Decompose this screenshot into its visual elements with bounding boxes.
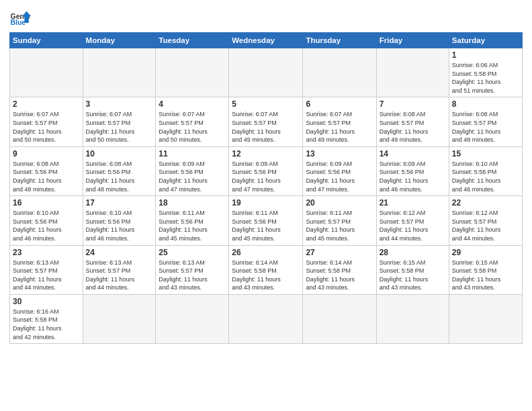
week-row-3: 9Sunrise: 6:08 AM Sunset: 5:56 PM Daylig…	[10, 146, 523, 195]
day-info: Sunrise: 6:12 AM Sunset: 5:57 PM Dayligh…	[452, 209, 519, 242]
calendar-cell	[83, 294, 156, 343]
day-info: Sunrise: 6:14 AM Sunset: 5:58 PM Dayligh…	[306, 259, 373, 292]
calendar-cell: 3Sunrise: 6:07 AM Sunset: 5:57 PM Daylig…	[83, 97, 156, 146]
week-row-4: 16Sunrise: 6:10 AM Sunset: 5:56 PM Dayli…	[10, 196, 523, 245]
day-number: 27	[306, 248, 373, 257]
weekday-header-monday: Monday	[83, 33, 156, 48]
calendar-cell: 25Sunrise: 6:13 AM Sunset: 5:57 PM Dayli…	[156, 245, 229, 294]
day-info: Sunrise: 6:11 AM Sunset: 5:57 PM Dayligh…	[306, 209, 373, 242]
calendar-cell: 4Sunrise: 6:07 AM Sunset: 5:57 PM Daylig…	[156, 97, 229, 146]
weekday-header-tuesday: Tuesday	[156, 33, 229, 48]
calendar-cell: 10Sunrise: 6:08 AM Sunset: 5:56 PM Dayli…	[83, 146, 156, 195]
weekday-header-wednesday: Wednesday	[229, 33, 303, 48]
day-number: 29	[452, 248, 519, 257]
week-row-1: 1Sunrise: 6:06 AM Sunset: 5:58 PM Daylig…	[10, 48, 523, 97]
day-info: Sunrise: 6:09 AM Sunset: 5:56 PM Dayligh…	[232, 160, 300, 193]
week-row-5: 23Sunrise: 6:13 AM Sunset: 5:57 PM Dayli…	[10, 245, 523, 294]
day-info: Sunrise: 6:06 AM Sunset: 5:58 PM Dayligh…	[452, 61, 519, 95]
calendar: SundayMondayTuesdayWednesdayThursdayFrid…	[9, 32, 523, 344]
day-info: Sunrise: 6:12 AM Sunset: 5:57 PM Dayligh…	[380, 209, 446, 242]
day-info: Sunrise: 6:16 AM Sunset: 5:58 PM Dayligh…	[13, 308, 80, 341]
day-number: 16	[13, 198, 80, 208]
day-info: Sunrise: 6:11 AM Sunset: 5:56 PM Dayligh…	[159, 209, 226, 242]
day-number: 11	[159, 149, 226, 158]
day-info: Sunrise: 6:07 AM Sunset: 5:57 PM Dayligh…	[13, 110, 80, 144]
day-info: Sunrise: 6:07 AM Sunset: 5:57 PM Dayligh…	[159, 110, 226, 144]
day-number: 12	[232, 149, 300, 158]
calendar-cell: 14Sunrise: 6:09 AM Sunset: 5:56 PM Dayli…	[376, 146, 449, 195]
day-number: 19	[232, 198, 300, 208]
day-info: Sunrise: 6:09 AM Sunset: 5:56 PM Dayligh…	[306, 160, 373, 193]
calendar-cell: 30Sunrise: 6:16 AM Sunset: 5:58 PM Dayli…	[10, 294, 83, 343]
logo: General Blue	[9, 7, 31, 28]
logo-icon: General Blue	[9, 7, 31, 28]
day-info: Sunrise: 6:07 AM Sunset: 5:57 PM Dayligh…	[86, 110, 153, 144]
calendar-cell	[303, 48, 376, 97]
day-number: 6	[306, 99, 373, 109]
day-number: 17	[86, 198, 153, 208]
day-info: Sunrise: 6:10 AM Sunset: 5:56 PM Dayligh…	[452, 160, 519, 193]
calendar-cell	[303, 294, 376, 343]
day-number: 22	[452, 198, 519, 208]
calendar-cell	[376, 48, 449, 97]
day-info: Sunrise: 6:08 AM Sunset: 5:57 PM Dayligh…	[452, 110, 519, 144]
calendar-cell	[229, 294, 303, 343]
calendar-cell: 26Sunrise: 6:14 AM Sunset: 5:58 PM Dayli…	[229, 245, 303, 294]
calendar-cell	[156, 48, 229, 97]
day-info: Sunrise: 6:09 AM Sunset: 5:56 PM Dayligh…	[380, 160, 446, 193]
weekday-header-row: SundayMondayTuesdayWednesdayThursdayFrid…	[10, 33, 523, 48]
day-info: Sunrise: 6:13 AM Sunset: 5:57 PM Dayligh…	[13, 259, 80, 292]
day-number: 30	[13, 297, 80, 306]
page: General Blue SundayMondayTuesdayWednesda…	[0, 0, 532, 411]
calendar-cell: 15Sunrise: 6:10 AM Sunset: 5:56 PM Dayli…	[449, 146, 522, 195]
week-row-6: 30Sunrise: 6:16 AM Sunset: 5:58 PM Dayli…	[10, 294, 523, 343]
calendar-cell: 21Sunrise: 6:12 AM Sunset: 5:57 PM Dayli…	[376, 196, 449, 245]
day-info: Sunrise: 6:08 AM Sunset: 5:57 PM Dayligh…	[380, 110, 446, 144]
day-info: Sunrise: 6:15 AM Sunset: 5:58 PM Dayligh…	[380, 259, 446, 292]
calendar-cell: 2Sunrise: 6:07 AM Sunset: 5:57 PM Daylig…	[10, 97, 83, 146]
day-info: Sunrise: 6:11 AM Sunset: 5:56 PM Dayligh…	[232, 209, 300, 242]
calendar-cell: 1Sunrise: 6:06 AM Sunset: 5:58 PM Daylig…	[449, 48, 522, 97]
day-number: 21	[380, 198, 446, 208]
calendar-cell	[83, 48, 156, 97]
calendar-cell: 16Sunrise: 6:10 AM Sunset: 5:56 PM Dayli…	[10, 196, 83, 245]
day-info: Sunrise: 6:07 AM Sunset: 5:57 PM Dayligh…	[232, 110, 300, 144]
day-info: Sunrise: 6:13 AM Sunset: 5:57 PM Dayligh…	[86, 259, 153, 292]
day-number: 14	[380, 149, 446, 158]
calendar-cell: 6Sunrise: 6:07 AM Sunset: 5:57 PM Daylig…	[303, 97, 376, 146]
day-number: 13	[306, 149, 373, 158]
calendar-cell: 24Sunrise: 6:13 AM Sunset: 5:57 PM Dayli…	[83, 245, 156, 294]
day-number: 7	[380, 99, 446, 109]
day-info: Sunrise: 6:07 AM Sunset: 5:57 PM Dayligh…	[306, 110, 373, 144]
weekday-header-friday: Friday	[376, 33, 449, 48]
weekday-header-sunday: Sunday	[10, 33, 83, 48]
day-info: Sunrise: 6:14 AM Sunset: 5:58 PM Dayligh…	[232, 259, 300, 292]
day-info: Sunrise: 6:09 AM Sunset: 5:56 PM Dayligh…	[159, 160, 226, 193]
calendar-cell	[10, 48, 83, 97]
day-number: 4	[159, 99, 226, 109]
calendar-cell: 8Sunrise: 6:08 AM Sunset: 5:57 PM Daylig…	[449, 97, 522, 146]
calendar-cell	[449, 294, 522, 343]
day-info: Sunrise: 6:10 AM Sunset: 5:56 PM Dayligh…	[13, 209, 80, 242]
day-number: 18	[159, 198, 226, 208]
day-number: 28	[380, 248, 446, 257]
day-info: Sunrise: 6:13 AM Sunset: 5:57 PM Dayligh…	[159, 259, 226, 292]
weekday-header-thursday: Thursday	[303, 33, 376, 48]
calendar-cell: 17Sunrise: 6:10 AM Sunset: 5:56 PM Dayli…	[83, 196, 156, 245]
weekday-header-saturday: Saturday	[449, 33, 522, 48]
calendar-cell: 22Sunrise: 6:12 AM Sunset: 5:57 PM Dayli…	[449, 196, 522, 245]
day-number: 23	[13, 248, 80, 257]
calendar-cell	[376, 294, 449, 343]
calendar-cell: 9Sunrise: 6:08 AM Sunset: 5:56 PM Daylig…	[10, 146, 83, 195]
day-number: 25	[159, 248, 226, 257]
calendar-cell: 20Sunrise: 6:11 AM Sunset: 5:57 PM Dayli…	[303, 196, 376, 245]
day-number: 1	[452, 50, 519, 60]
day-number: 8	[452, 99, 519, 109]
calendar-cell: 28Sunrise: 6:15 AM Sunset: 5:58 PM Dayli…	[376, 245, 449, 294]
calendar-cell: 18Sunrise: 6:11 AM Sunset: 5:56 PM Dayli…	[156, 196, 229, 245]
day-info: Sunrise: 6:15 AM Sunset: 5:58 PM Dayligh…	[452, 259, 519, 292]
day-number: 5	[232, 99, 300, 109]
day-number: 9	[13, 149, 80, 158]
day-number: 26	[232, 248, 300, 257]
calendar-cell: 12Sunrise: 6:09 AM Sunset: 5:56 PM Dayli…	[229, 146, 303, 195]
